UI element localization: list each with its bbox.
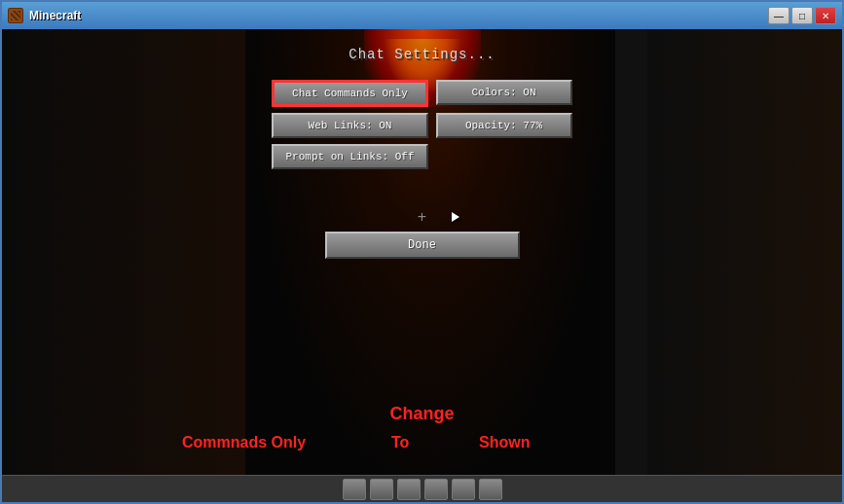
minimize-button[interactable]: — [768, 7, 789, 24]
taskbar-item-2 [370, 479, 393, 500]
title-bar-left: Minecraft [8, 8, 81, 23]
maximize-button[interactable]: □ [791, 7, 813, 24]
plus-icon: + [418, 208, 426, 226]
minecraft-icon [8, 8, 23, 23]
taskbar [2, 475, 842, 502]
annotation-shown: Shown [479, 434, 530, 451]
taskbar-item-3 [397, 479, 421, 500]
opacity-button[interactable]: Opacity: 77% [436, 113, 572, 138]
chat-settings-title: Chat Settings... [349, 47, 495, 62]
settings-grid: Chat Commands Only Colors: ON Web Links:… [272, 80, 571, 169]
window-frame: Minecraft — □ ✕ Chat Settings... Chat Co… [0, 0, 844, 504]
window-content: Chat Settings... Chat Commands Only Colo… [2, 29, 842, 502]
taskbar-item-5 [452, 479, 475, 500]
title-bar-controls: — □ ✕ [768, 7, 836, 24]
annotation-to: To [391, 434, 409, 451]
taskbar-item-4 [424, 479, 448, 500]
annotation-commands-only: Commnads Only [182, 434, 306, 451]
cursor [452, 212, 459, 222]
done-section: + Done [325, 208, 520, 259]
ui-overlay: Chat Settings... Chat Commands Only Colo… [2, 29, 842, 502]
prompt-links-button[interactable]: Prompt on Links: Off [272, 144, 427, 169]
title-bar: Minecraft — □ ✕ [2, 2, 842, 29]
close-button[interactable]: ✕ [815, 7, 836, 24]
window-title: Minecraft [29, 9, 81, 22]
annotation-change: Change [389, 404, 454, 424]
taskbar-item-1 [343, 479, 366, 500]
chat-commands-button[interactable]: Chat Commands Only [272, 80, 427, 107]
done-button[interactable]: Done [325, 232, 520, 259]
web-links-button[interactable]: Web Links: ON [272, 113, 427, 138]
colors-button[interactable]: Colors: ON [436, 80, 572, 105]
taskbar-item-6 [479, 479, 502, 500]
